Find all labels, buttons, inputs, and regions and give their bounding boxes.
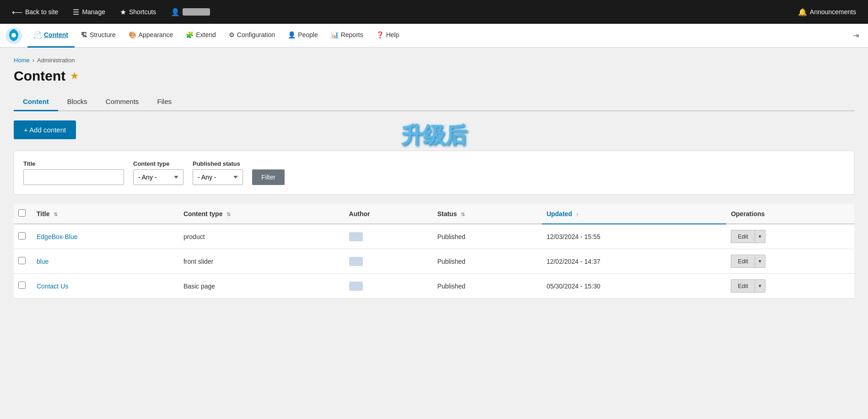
row1-author-cell [345,224,433,249]
row3-edit-button[interactable]: Edit [731,279,754,293]
row2-updated-cell: 12/02/2024 - 14:37 [542,249,726,274]
th-title[interactable]: Title ⇅ [32,204,179,224]
user-icon: 👤 [171,8,180,16]
nav-reports[interactable]: 📊 Reports [324,24,370,48]
breadcrumb-separator: › [32,57,34,64]
back-arrow-icon: ⟵ [12,8,22,16]
row1-title-cell: EdgeBox-Blue [32,224,179,249]
admin-bar-right: 🔔 Announcements [791,8,863,16]
tab-blocks[interactable]: Blocks [58,93,97,111]
nav-collapse-button[interactable]: ⇥ [848,31,863,40]
row2-edit-button[interactable]: Edit [731,255,754,268]
hamburger-icon: ☰ [73,8,79,16]
content-type-filter-label: Content type [133,160,183,167]
row2-edit-dropdown[interactable]: ▾ [755,255,766,268]
nav-people[interactable]: 👤 People [281,24,324,48]
row3-status-cell: Published [433,274,542,299]
nav-help[interactable]: ❓ Help [370,24,406,48]
nav-help-label: Help [386,31,399,38]
watermark-text: 升级后 [401,121,467,150]
content-nav-icon: 📄 [34,31,42,38]
row3-content-type-cell: Basic page [179,274,345,299]
back-to-site-label: Back to site [25,8,58,16]
row3-updated: 05/30/2024 - 15:30 [546,283,600,290]
row3-author-wrap [349,282,428,291]
row2-content-type-cell: front slider [179,249,345,274]
row2-author-cell [345,249,433,274]
nav-content[interactable]: 📄 Content [27,24,75,48]
select-all-checkbox[interactable] [18,209,26,217]
nav-appearance-label: Appearance [139,31,173,38]
row3-edit-wrap: Edit ▾ [731,279,850,293]
add-content-row: + Add content 升级后 [14,120,854,151]
breadcrumb: Home › Administration [14,57,854,64]
row1-title-link[interactable]: EdgeBox-Blue [37,233,78,240]
filter-row: Title Content type - Any - Published sta… [23,160,845,185]
row3-author-cell [345,274,433,299]
row1-author-wrap [349,232,428,241]
nav-extend[interactable]: 🧩 Extend [179,24,222,48]
filter-section: Title Content type - Any - Published sta… [14,151,854,195]
row3-edit-dropdown[interactable]: ▾ [755,279,766,293]
user-menu-item[interactable]: 👤 ████ [163,0,217,24]
table-header-row: Title ⇅ Content type ⇅ Author Status ⇅ U… [14,204,854,224]
row2-status-cell: Published [433,249,542,274]
nav-structure-label: Structure [90,31,116,38]
shortcuts-label: Shortcuts [129,8,156,16]
back-to-site-link[interactable]: ⟵ Back to site [5,0,65,24]
tab-content[interactable]: Content [14,93,58,111]
published-status-filter-select[interactable]: - Any - [193,169,243,185]
breadcrumb-home-link[interactable]: Home [14,57,30,64]
row2-edit-wrap: Edit ▾ [731,255,850,268]
updated-sort-icon: ↑ [576,212,579,217]
row3-checkbox[interactable] [18,282,26,289]
announcements-item[interactable]: 🔔 Announcements [791,8,863,16]
structure-nav-icon: 🏗 [81,31,87,38]
shortcuts-menu-item[interactable]: ★ Shortcuts [113,0,163,24]
row2-checkbox[interactable] [18,257,26,264]
add-content-button[interactable]: + Add content [14,120,76,139]
tab-files[interactable]: Files [148,93,181,111]
th-author: Author [345,204,433,224]
row2-title-link[interactable]: blue [37,258,49,265]
favorite-star-icon[interactable]: ★ [70,70,79,82]
row1-content-type: product [183,233,205,240]
th-status[interactable]: Status ⇅ [433,204,542,224]
th-author-label: Author [349,210,370,218]
nav-bar: 📄 Content 🏗 Structure 🎨 Appearance 🧩 Ext… [0,24,868,48]
table-row: Contact Us Basic page Published 05/30/20… [14,274,854,299]
content-type-filter-select[interactable]: - Any - [133,169,183,185]
help-nav-icon: ❓ [376,31,384,38]
published-status-filter-label: Published status [193,160,243,167]
th-content-type[interactable]: Content type ⇅ [179,204,345,224]
nav-structure[interactable]: 🏗 Structure [75,24,122,48]
nav-content-label: Content [44,31,68,38]
content-table: Title ⇅ Content type ⇅ Author Status ⇅ U… [14,204,854,299]
th-operations: Operations [726,204,854,224]
row2-title-cell: blue [32,249,179,274]
row3-title-link[interactable]: Contact Us [37,283,68,290]
nav-appearance[interactable]: 🎨 Appearance [122,24,180,48]
title-filter-label: Title [23,160,124,167]
row1-edit-button[interactable]: Edit [731,230,754,243]
row3-operations-cell: Edit ▾ [726,274,854,299]
drupal-logo[interactable] [5,27,23,45]
nav-reports-label: Reports [341,31,363,38]
filter-button[interactable]: Filter [252,169,285,185]
nav-configuration[interactable]: ⚙ Configuration [222,24,281,48]
manage-menu-item[interactable]: ☰ Manage [65,0,113,24]
title-filter-input[interactable] [23,169,124,185]
user-label: ████ [183,8,210,16]
row1-status-cell: Published [433,224,542,249]
row2-avatar [349,257,363,266]
row3-status: Published [437,283,466,290]
th-operations-label: Operations [731,210,765,218]
row1-edit-dropdown[interactable]: ▾ [755,230,766,243]
row3-checkbox-cell [14,274,32,299]
row1-checkbox[interactable] [18,232,26,239]
people-nav-icon: 👤 [288,31,296,38]
nav-people-label: People [298,31,318,38]
th-updated[interactable]: Updated ↑ [542,204,726,224]
tab-comments[interactable]: Comments [97,93,148,111]
published-status-filter-field: Published status - Any - [193,160,243,185]
